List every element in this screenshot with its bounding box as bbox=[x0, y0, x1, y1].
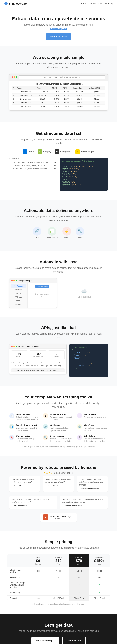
testimonial-author: — Chrome reviewer bbox=[12, 505, 55, 507]
stars-rating: ★★★★★ 4.8 stars (200+ ratings) bbox=[7, 472, 110, 474]
sidebar-settings[interactable]: Settings bbox=[11, 303, 26, 306]
pricing-cell: — bbox=[29, 580, 49, 590]
testimonial-text: "The best no-code scraping tool, the nam… bbox=[12, 478, 38, 484]
dot-y bbox=[13, 280, 15, 281]
section2-text: No configuration, no parsing, no code. W… bbox=[15, 138, 102, 145]
section6-heading: Your complete web scraping toolkit bbox=[7, 395, 110, 400]
cell-7d: 3.45% bbox=[62, 90, 72, 94]
plan-premium-label: Premium bbox=[90, 556, 108, 559]
cell-rank: 3 bbox=[12, 97, 16, 101]
stat-errors: 0 Errors bbox=[48, 350, 65, 360]
cell-rank: 5 bbox=[12, 104, 16, 108]
app-title: Simplescraper bbox=[19, 280, 32, 282]
sidebar-my-recipes[interactable]: My Recipes bbox=[11, 284, 26, 288]
producthunt-badge: ▲ #1 Product of the Day Product Hunt bbox=[40, 513, 77, 522]
pricing-cell: 5 bbox=[49, 575, 69, 580]
section1-text: For developers and no-coders alike, we'v… bbox=[15, 62, 102, 69]
stat-recipes: 30 Recipes bbox=[11, 350, 27, 360]
cta-get-in-touch-button[interactable]: Get in touch bbox=[62, 637, 85, 644]
integration-api: 🔗 API bbox=[33, 227, 42, 238]
cell-price: $2.12 bbox=[36, 101, 51, 104]
cell-data: 7 kb bbox=[51, 168, 57, 170]
brand-compubox-icon: C bbox=[55, 150, 59, 154]
logo[interactable]: Simplescraper bbox=[5, 2, 28, 5]
check-icon: ✓ bbox=[78, 584, 80, 586]
ph-text: #1 Product of the Day Product Hunt bbox=[50, 515, 71, 520]
cta-start-scraping-button[interactable]: Start scraping → bbox=[32, 637, 59, 644]
feature-item: 🔖 Unique entries Choice to scrape or upd… bbox=[9, 435, 40, 443]
feature-title: Multiple pages bbox=[16, 413, 40, 416]
feature-text: Google Sheets export Send data automatic… bbox=[16, 424, 40, 432]
pricing-plan-premium: Premium $150+ /mo bbox=[89, 554, 109, 567]
list-item: 2804 Chelsea St Pl, East Braintree, MA 0… bbox=[9, 168, 57, 170]
app-header: Simplescraper bbox=[9, 278, 57, 283]
section-actionable-data: Actionable data, delivered anywhere Pull… bbox=[0, 200, 117, 251]
pricing-cell: ✓ bbox=[89, 590, 109, 596]
table-row: 3 Binance Coin $412.34 -0.45% 1.23% $63.… bbox=[12, 97, 105, 101]
section-automate: Automate with ease Scrape locally or go … bbox=[0, 251, 117, 317]
section-apis: APIs, just like that Every website that … bbox=[0, 317, 117, 386]
api-dots bbox=[11, 346, 17, 347]
cell-rank: 1 bbox=[12, 90, 16, 94]
pricing-cell: 1,000 bbox=[49, 567, 69, 575]
feature-desc: Scrape multiple loaded tabs bbox=[84, 416, 106, 418]
pricing-row-label: Cloud scrape credits bbox=[8, 567, 29, 575]
create-recipe-button[interactable]: Create Recipe bbox=[36, 285, 49, 288]
d3 bbox=[16, 346, 17, 347]
pricing-cell: — bbox=[29, 596, 49, 601]
table-row: 4 Cardano ADA $2.12 2.34% 5.67% $68.2B $… bbox=[12, 101, 105, 104]
pricing-cell: ✓ bbox=[89, 580, 109, 590]
cell-volume: $15.2B bbox=[88, 94, 105, 97]
feature-desc: Scrape dynamic Javascript-heavy sites bbox=[50, 416, 74, 421]
nav-link-dashboard[interactable]: Dashboard bbox=[90, 2, 102, 5]
feature-item: 🗓 Scheduling Run the recipe in the cloud… bbox=[77, 435, 108, 443]
stat-recipes-num: 30 bbox=[13, 352, 26, 356]
cell-address: 111 Bluestone Ave APT 106, Medford, MA 0… bbox=[9, 161, 51, 164]
feature-icon: ∞ bbox=[77, 413, 82, 418]
pricing-cell: 20 bbox=[69, 575, 89, 580]
brand-yellow-pages: Y Yellow pages bbox=[75, 150, 94, 154]
stat-cloud-num: 100 bbox=[31, 352, 44, 356]
nav-link-pricing[interactable]: Pricing bbox=[105, 2, 112, 5]
hero-subtext: Download instantly, scrape at scale in t… bbox=[7, 23, 110, 26]
table-title: Top 100 Cryptocurrencies by Market Capit… bbox=[12, 83, 105, 85]
hero-section: Extract data from any website in seconds… bbox=[0, 7, 117, 46]
feature-desc: Choice to scrape or update duplicate res… bbox=[16, 438, 40, 443]
feature-icon: 📊 bbox=[9, 424, 14, 429]
cell-name: Tether USDT bbox=[16, 104, 36, 108]
sidebar-billing[interactable]: Billing bbox=[11, 299, 26, 302]
hero-cta-button[interactable]: Install For Free bbox=[46, 34, 71, 40]
pricing-row-label: Recipe slots bbox=[8, 575, 29, 580]
pricing-cell: ✓ bbox=[49, 590, 69, 596]
api-code-block: // API Response { "status": "success", "… bbox=[69, 344, 108, 377]
feature-desc: Send data automatically to Google Sheets bbox=[16, 427, 40, 432]
feature-title: Single page apps bbox=[50, 413, 74, 416]
stat-recipes-label: Recipes bbox=[13, 356, 26, 358]
pricing-plan-starter: Starter $19 /mo bbox=[48, 554, 69, 567]
brand-compubox: C Compubox bbox=[55, 150, 72, 154]
nav-link-guide[interactable]: Guide bbox=[80, 2, 86, 5]
check-icon: ✓ bbox=[98, 584, 100, 586]
api-stats: 30 Recipes 100 Cloud scrapes 0 Errors bbox=[11, 350, 65, 360]
feature-item: 📊 Google Sheets export Send data automat… bbox=[9, 424, 40, 432]
cell-mcap: $62.4B bbox=[71, 104, 88, 108]
feature-title: Google Sheets export bbox=[16, 424, 40, 426]
check-icon: ✓ bbox=[78, 591, 80, 594]
feature-title: Webhooks bbox=[50, 424, 74, 426]
sidebar-api-keys[interactable]: API Keys bbox=[11, 295, 26, 299]
make-icon: 🔧 bbox=[75, 227, 84, 236]
testimonial-item: "The best I can find python scripts in t… bbox=[60, 496, 108, 509]
cta-btn1-container: Start scraping → Install browser extensi… bbox=[32, 637, 59, 644]
sidebar-results[interactable]: Results bbox=[11, 292, 26, 295]
crypto-table: # Name Price 24h % 7d % Market Cap Volum… bbox=[12, 86, 105, 108]
pricing-header: Free $0 forever Starter $19 /mo Growth $… bbox=[8, 554, 109, 567]
pricing-cell: 40,000 bbox=[89, 567, 109, 575]
brand-yp-label: Yellow pages bbox=[81, 150, 94, 153]
brand-zillow-label: Zillow bbox=[28, 150, 34, 153]
testimonial-author: — Product Hunt reviewer bbox=[12, 485, 38, 487]
hero-link[interactable]: no code required bbox=[7, 27, 110, 30]
cell-mcap: $63.4B bbox=[71, 97, 88, 101]
api-right: // API Response { "status": "success", "… bbox=[69, 344, 108, 377]
sidebar-scheduled[interactable]: Scheduled bbox=[11, 288, 26, 291]
data-right: // Response preview API endpoint{ "addre… bbox=[60, 158, 108, 191]
